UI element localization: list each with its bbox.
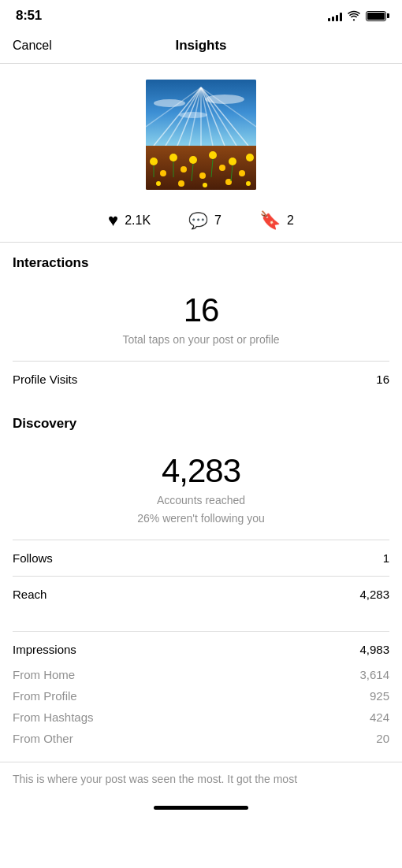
bottom-pill-container [0,787,402,816]
likes-stat: ♥ 2.1K [108,212,151,229]
from-hashtags-value: 424 [370,710,389,724]
svg-point-12 [154,99,185,107]
svg-point-14 [179,112,207,118]
sky-area [146,80,256,146]
status-icons [328,10,386,21]
svg-point-21 [199,172,206,179]
svg-point-19 [181,166,187,172]
svg-point-27 [156,181,161,186]
profile-visits-value: 16 [376,373,389,386]
svg-point-17 [160,170,166,176]
svg-point-25 [239,170,245,176]
likes-value: 2.1K [125,213,151,228]
flowers-area [146,146,256,190]
svg-point-22 [209,151,217,159]
saves-stat: 🔖 2 [259,212,294,229]
interactions-big-number: 16 [13,291,389,329]
reach-value: 4,283 [359,588,389,601]
interactions-title: Interactions [13,255,389,271]
svg-point-31 [246,181,251,186]
home-indicator [154,806,248,810]
discovery-subtitle1: Accounts reached [13,493,389,509]
status-time: 8:51 [16,8,42,24]
cancel-button[interactable]: Cancel [13,39,52,53]
status-bar: 8:51 [0,0,402,28]
from-profile-value: 925 [370,689,389,703]
comment-icon: 💬 [188,213,208,228]
interactions-center: 16 Total taps on your post or profile [13,284,389,361]
from-profile-label: From Profile [13,689,77,703]
from-other-value: 20 [376,732,389,745]
comments-stat: 💬 7 [188,213,221,228]
svg-point-13 [205,95,244,104]
svg-point-16 [150,158,158,165]
from-hashtags-label: From Hashtags [13,710,94,724]
bottom-teaser: This is where your post was seen the mos… [0,762,402,788]
page-title: Insights [175,38,226,54]
discovery-title: Discovery [13,416,389,432]
svg-point-26 [246,154,254,161]
from-home-row: From Home 3,614 [13,664,389,685]
svg-point-28 [178,180,184,187]
svg-point-20 [189,156,197,164]
discovery-center: 4,283 Accounts reached 26% weren't follo… [13,444,389,540]
from-profile-row: From Profile 925 [13,685,389,707]
discovery-subtitle2: 26% weren't following you [13,511,389,527]
interactions-section: Interactions 16 Total taps on your post … [0,243,402,397]
from-other-label: From Other [13,732,73,745]
impressions-value: 4,983 [359,643,389,656]
teaser-text: This is where your post was seen the mos… [13,773,297,785]
saves-value: 2 [287,213,294,228]
post-image-container [0,64,402,202]
reach-label: Reach [13,588,47,601]
svg-point-18 [169,154,177,161]
signal-icon [328,10,342,21]
discovery-section: Discovery 4,283 Accounts reached 26% wer… [0,403,402,612]
bookmark-icon: 🔖 [259,212,281,229]
from-home-value: 3,614 [359,668,389,681]
from-hashtags-row: From Hashtags 424 [13,707,389,728]
impressions-label: Impressions [13,643,76,656]
interactions-subtitle: Total taps on your post or profile [13,332,389,348]
wifi-icon [347,10,361,21]
profile-visits-row: Profile Visits 16 [13,361,389,397]
discovery-big-number: 4,283 [13,452,389,490]
from-home-label: From Home [13,668,75,681]
profile-visits-label: Profile Visits [13,373,77,386]
battery-icon [366,11,386,21]
post-stats-row: ♥ 2.1K 💬 7 🔖 2 [0,202,402,243]
reach-row: Reach 4,283 [13,576,389,612]
impressions-section: Impressions 4,983 From Home 3,614 From P… [0,618,402,749]
svg-point-24 [229,158,236,165]
follows-row: Follows 1 [13,540,389,576]
impressions-main-row: Impressions 4,983 [13,631,389,664]
heart-icon: ♥ [108,212,118,229]
svg-rect-15 [146,146,256,190]
svg-point-29 [203,183,207,187]
insights-header: Cancel Insights [0,28,402,64]
post-image [146,80,256,190]
follows-value: 1 [383,551,389,565]
from-other-row: From Other 20 [13,728,389,749]
svg-point-23 [219,165,225,171]
follows-label: Follows [13,551,53,565]
comments-value: 7 [214,213,221,228]
